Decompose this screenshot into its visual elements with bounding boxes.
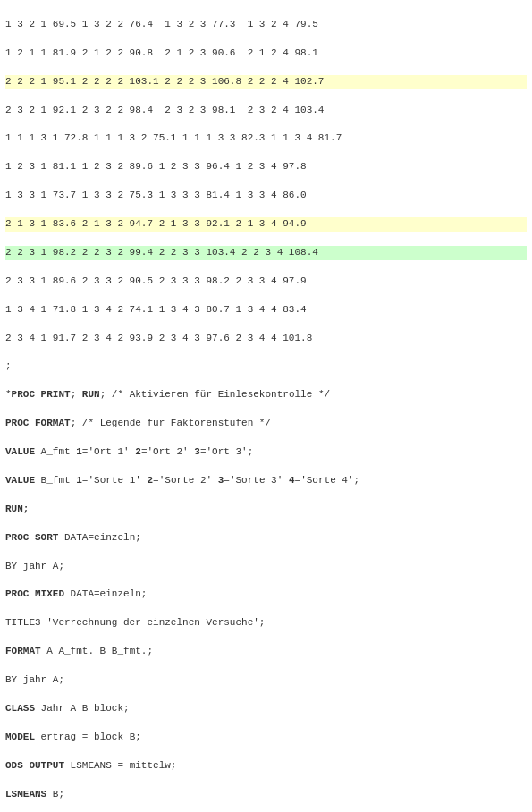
- line-15: PROC FORMAT; /* Legende für Faktorenstuf…: [5, 417, 527, 431]
- line-21: PROC MIXED DATA=einzeln;: [5, 588, 527, 602]
- line-17: VALUE B_fmt 1='Sorte 1' 2='Sorte 2' 3='S…: [5, 474, 527, 488]
- line-28: LSMEANS B;: [5, 788, 527, 802]
- line-12: 2 3 4 1 91.7 2 3 4 2 93.9 2 3 4 3 97.6 2…: [5, 332, 527, 346]
- line-6: 1 2 3 1 81.1 1 2 3 2 89.6 1 2 3 3 96.4 1…: [5, 160, 527, 174]
- line-22: TITLE3 'Verrechnung der einzelnen Versuc…: [5, 616, 527, 630]
- line-24: BY jahr A;: [5, 673, 527, 688]
- line-10: 2 3 3 1 89.6 2 3 3 2 90.5 2 3 3 3 98.2 2…: [5, 275, 527, 289]
- line-23: FORMAT A A_fmt. B B_fmt.;: [5, 645, 527, 659]
- line-14: *PROC PRINT; RUN; /* Aktivieren für Einl…: [5, 388, 527, 402]
- line-4: 2 3 2 1 92.1 2 3 2 2 98.4 2 3 2 3 98.1 2…: [5, 104, 527, 118]
- code-editor: 1 3 2 1 69.5 1 3 2 2 76.4 1 3 2 3 77.3 1…: [0, 0, 532, 812]
- line-16: VALUE A_fmt 1='Ort 1' 2='Ort 2' 3='Ort 3…: [5, 445, 527, 460]
- line-1: 1 3 2 1 69.5 1 3 2 2 76.4 1 3 2 3 77.3 1…: [5, 18, 527, 32]
- line-3: 2 2 2 1 95.1 2 2 2 2 103.1 2 2 2 3 106.8…: [5, 75, 527, 89]
- line-7: 1 3 3 1 73.7 1 3 3 2 75.3 1 3 3 3 81.4 1…: [5, 189, 527, 203]
- line-2: 1 2 1 1 81.9 2 1 2 2 90.8 2 1 2 3 90.6 2…: [5, 47, 527, 61]
- line-26: MODEL ertrag = block B;: [5, 731, 527, 745]
- line-9: 2 2 3 1 98.2 2 2 3 2 99.4 2 2 3 3 103.4 …: [5, 246, 527, 260]
- line-19: PROC SORT DATA=einzeln;: [5, 531, 527, 546]
- line-5: 1 1 1 3 1 72.8 1 1 1 3 2 75.1 1 1 1 3 3 …: [5, 131, 527, 146]
- line-13: ;: [5, 359, 527, 374]
- line-8: 2 1 3 1 83.6 2 1 3 2 94.7 2 1 3 3 92.1 2…: [5, 217, 527, 232]
- line-20: BY jahr A;: [5, 560, 527, 574]
- line-27: ODS OUTPUT LSMEANS = mittelw;: [5, 759, 527, 774]
- line-11: 1 3 4 1 71.8 1 3 4 2 74.1 1 3 4 3 80.7 1…: [5, 303, 527, 317]
- line-25: CLASS Jahr A B block;: [5, 702, 527, 716]
- line-18: RUN;: [5, 503, 527, 517]
